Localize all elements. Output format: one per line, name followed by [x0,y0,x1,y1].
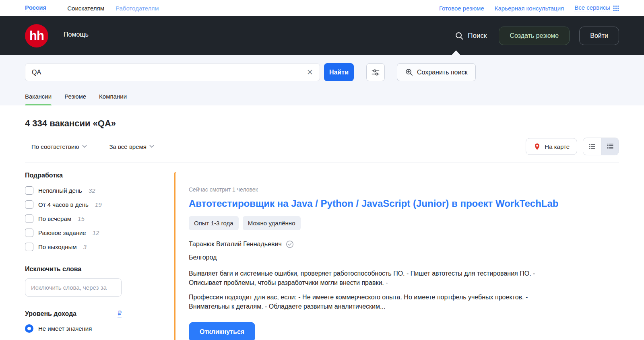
filter-option-count: 15 [78,215,85,222]
filter-option-count: 3 [83,243,87,250]
income-option-any[interactable]: Не имеет значения [25,324,174,333]
tab-vacancies[interactable]: Вакансии [25,93,52,105]
view-toggle [583,138,619,155]
topbar-right: Готовое резюме Карьерная консультация Вс… [439,4,619,12]
topbar: Россия Соискателям Работодателям Готовое… [0,0,644,16]
results-controls: По соответствию За всё время На карте [25,138,619,155]
currency-toggle[interactable]: ₽ [118,310,122,317]
map-view-button[interactable]: На карте [526,138,577,155]
filter-option-weekends[interactable]: По выходным 3 [25,243,174,251]
nav-career-consult[interactable]: Карьерная консультация [495,5,564,12]
search-input-wrap: ✕ [25,63,320,81]
search-icon [455,31,464,40]
sort-label: По соответствию [31,143,79,150]
period-dropdown[interactable]: За всё время [109,143,154,150]
grid-icon [613,5,619,11]
filter-option-label: Неполный день [38,187,82,194]
vacancy-tags: Опыт 1-3 года Можно удалённо [189,216,603,230]
clear-search-icon[interactable]: ✕ [307,68,313,76]
filter-option-parttime-day[interactable]: Неполный день 32 [25,186,174,195]
filters-sidebar: Подработка Неполный день 32 От 4 часов в… [25,172,174,333]
nav-help[interactable]: Помощь [64,31,89,40]
checkbox[interactable] [25,229,33,237]
employer-link[interactable]: Таранюк Виталий Геннадьевич [189,241,282,248]
header-search-label: Поиск [468,32,487,40]
filter-option-4hours[interactable]: От 4 часов в день 19 [25,200,174,209]
topbar-left: Россия Соискателям Работодателям [25,4,159,12]
vacancy-city: Белгород [189,254,603,261]
chevron-down-icon [82,145,87,148]
chevron-down-icon [149,145,154,148]
create-resume-button[interactable]: Создать резюме [499,27,570,45]
nav-seekers[interactable]: Соискателям [67,5,104,12]
save-search-button[interactable]: Сохранить поиск [397,63,476,81]
filter-option-onetime[interactable]: Разовое задание 12 [25,229,174,237]
header-search-button[interactable]: Поиск [455,31,487,40]
filter-option-label: По выходным [38,243,77,250]
map-view-label: На карте [545,143,570,150]
checkbox[interactable] [25,186,33,195]
filter-option-count: 32 [89,187,95,194]
save-search-label: Сохранить поиск [417,69,467,76]
content-area: Подработка Неполный день 32 От 4 часов в… [0,163,644,340]
main-header: hh Помощь Поиск Создать резюме Войти [0,16,644,55]
all-services-label: Все сервисы [574,4,610,12]
viewers-count: Сейчас смотрит 1 человек [189,186,603,193]
find-button[interactable]: Найти [324,63,354,81]
checkbox[interactable] [25,243,33,251]
checkbox[interactable] [25,200,33,209]
filter-option-label: По вечерам [38,215,71,222]
period-label: За всё время [109,143,147,150]
map-pin-icon [533,143,541,150]
vacancy-description-1: Выявляет баги и системные ошибки, провер… [189,269,567,287]
list-detailed-icon [607,143,614,150]
vacancy-title-link[interactable]: Автотестировщик на Java / Python / JavaS… [189,198,595,209]
filter-option-label: Разовое задание [38,229,86,236]
tab-companies[interactable]: Компании [99,93,127,105]
radio-selected[interactable] [25,324,33,333]
tab-resumes[interactable]: Резюме [64,93,86,105]
search-panel-caret [452,50,460,55]
login-button[interactable]: Войти [579,27,619,45]
sliders-icon [372,68,380,76]
view-detailed-button[interactable] [601,138,619,155]
search-input[interactable] [32,69,307,76]
experience-badge: Опыт 1-3 года [189,216,239,230]
checkbox[interactable] [25,214,33,223]
employer-row: Таранюк Виталий Геннадьевич [189,240,603,248]
income-option-label: Не имеет значения [38,325,92,332]
exclude-words-input[interactable] [25,278,122,297]
filter-parttime-title: Подработка [25,172,174,179]
remote-badge: Можно удалённо [243,216,301,230]
list-compact-icon [588,143,596,150]
hh-logo[interactable]: hh [25,24,48,47]
vacancy-description-2: Профессия подходит для вас, если: - Не и… [189,293,567,311]
filter-option-evenings[interactable]: По вечерам 15 [25,214,174,223]
results-count-title: 4 334 вакансии «QA» [25,118,619,129]
nav-employers[interactable]: Работодателям [116,5,159,12]
vacancy-card: Сейчас смотрит 1 человек Автотестировщик… [174,172,619,340]
save-search-icon [405,68,413,76]
region-selector[interactable]: Россия [25,4,46,12]
filter-option-count: 19 [95,201,102,208]
sort-dropdown[interactable]: По соответствию [31,143,87,150]
apply-button[interactable]: Откликнуться [189,322,255,340]
search-row: ✕ Найти Сохранить поиск [25,63,619,81]
results-header: 4 334 вакансии «QA» По соответствию За в… [0,118,644,163]
filter-option-label: От 4 часов в день [38,201,89,208]
verified-icon [286,240,294,248]
filter-exclude-title: Исключить слова [25,266,174,273]
header-right: Поиск Создать резюме Войти [455,27,619,45]
filter-option-count: 12 [93,229,99,236]
view-compact-button[interactable] [583,138,601,155]
view-controls: На карте [526,138,619,155]
filter-income-title: Уровень дохода [25,310,76,317]
filters-button[interactable] [366,63,385,81]
search-panel: ✕ Найти Сохранить поиск Вакансии Резюме … [0,55,644,105]
filter-income-head: Уровень дохода ₽ [25,310,122,317]
nav-all-services[interactable]: Все сервисы [574,4,619,12]
nav-ready-resume[interactable]: Готовое резюме [439,5,484,12]
search-tabs: Вакансии Резюме Компании [25,93,127,105]
